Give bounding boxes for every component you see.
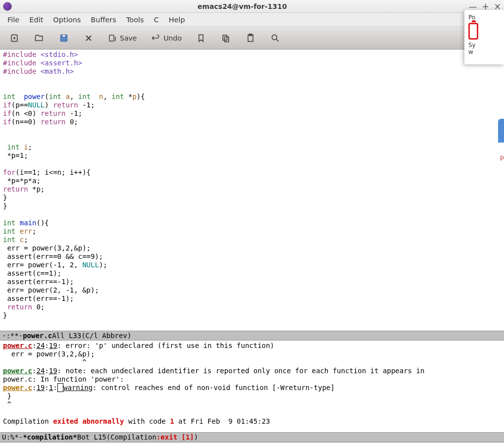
copy-icon[interactable] bbox=[220, 33, 231, 44]
modeline-mode: (Compilation bbox=[106, 433, 156, 441]
comp-text: 1 bbox=[170, 417, 174, 425]
comp-text[interactable]: power.c bbox=[3, 367, 32, 375]
comp-text[interactable]: power.c bbox=[3, 384, 32, 392]
compilation-buffer[interactable]: power.c:24:19: error: 'p' undeclared (fi… bbox=[0, 341, 504, 432]
menu-options[interactable]: Options bbox=[49, 14, 85, 26]
code: for bbox=[3, 168, 15, 176]
code: *p=*p*a; bbox=[3, 177, 41, 185]
code: , bbox=[103, 93, 111, 100]
code bbox=[15, 227, 19, 235]
comp-text: : note: each undeclared identifier is re… bbox=[57, 367, 425, 375]
code: ; bbox=[32, 227, 36, 235]
menu-edit[interactable]: Edit bbox=[25, 14, 48, 26]
menu-help[interactable]: Help bbox=[164, 14, 190, 26]
code: return bbox=[41, 118, 66, 126]
code: NULL bbox=[82, 261, 99, 269]
undo-label: Undo bbox=[163, 34, 182, 42]
code bbox=[15, 93, 24, 100]
svg-point-8 bbox=[272, 35, 277, 40]
modeline-position: All L33 bbox=[52, 332, 81, 340]
code: (i==1; i<=n; i++){ bbox=[15, 168, 91, 176]
notification-popup[interactable]: Po Sy w bbox=[464, 10, 504, 64]
code: int bbox=[3, 236, 15, 244]
bookmark-icon[interactable] bbox=[196, 33, 206, 44]
titlebar: emacs24@vm-for-1310 — + × bbox=[0, 0, 504, 13]
save-button[interactable]: Save bbox=[108, 34, 137, 43]
code: ( bbox=[45, 93, 49, 100]
comp-text: : error: 'p' undeclared (first use in th… bbox=[57, 342, 274, 349]
new-file-icon[interactable] bbox=[9, 33, 20, 44]
code: return bbox=[3, 185, 28, 193]
close-icon[interactable] bbox=[83, 33, 94, 44]
code: } bbox=[3, 202, 7, 210]
battery-low-icon bbox=[468, 23, 478, 40]
code: int bbox=[78, 93, 91, 100]
code: err= power(2, -1, &p); bbox=[3, 286, 99, 294]
code bbox=[15, 219, 19, 227]
menu-c[interactable]: C bbox=[150, 14, 163, 26]
code: int bbox=[3, 219, 15, 227]
side-window-peek bbox=[498, 119, 504, 178]
editor-buffer[interactable]: #include <stdio.h> #include <assert.h> #… bbox=[0, 49, 504, 331]
notif-line: Sy bbox=[468, 42, 500, 49]
modeline-mode: exit [1] bbox=[160, 433, 194, 441]
comp-text: power.c: In function 'power': bbox=[3, 375, 124, 383]
comp-text: : bbox=[45, 367, 49, 375]
code: *p=1; bbox=[3, 151, 28, 159]
code: int bbox=[7, 143, 19, 151]
code bbox=[20, 143, 24, 151]
code: *p; bbox=[28, 185, 45, 193]
comp-text: exited abnormally bbox=[53, 417, 124, 425]
code: 0; bbox=[32, 303, 45, 311]
code: (p== bbox=[11, 101, 28, 109]
code: i bbox=[24, 143, 28, 151]
code: p bbox=[132, 93, 136, 100]
paste-icon[interactable] bbox=[245, 33, 256, 44]
code: ); bbox=[99, 261, 107, 269]
menubar: File Edit Options Buffers Tools C Help bbox=[0, 13, 504, 27]
disk-icon[interactable] bbox=[58, 33, 69, 44]
modeline-compilation: U:%*- *compilation* Bot L15 (Compilation… bbox=[0, 432, 504, 442]
code: <stdio.h> bbox=[41, 50, 78, 58]
comp-text: at Fri Feb 9 01:45:23 bbox=[174, 417, 270, 425]
menu-file[interactable]: File bbox=[3, 14, 24, 26]
window-title: emacs24@vm-for-1310 bbox=[16, 2, 469, 10]
code: err= power(-1, 2, bbox=[3, 261, 82, 269]
code: (){ bbox=[36, 219, 49, 227]
comp-text: 1 bbox=[49, 384, 53, 392]
comp-text[interactable]: power.c bbox=[3, 342, 32, 349]
search-icon[interactable] bbox=[270, 33, 281, 44]
code: <math.h> bbox=[41, 67, 74, 75]
code: err bbox=[20, 227, 32, 235]
undo-button[interactable]: Undo bbox=[151, 33, 182, 43]
code: } bbox=[3, 194, 7, 201]
emacs-app-icon bbox=[3, 2, 12, 11]
code: ){ bbox=[137, 93, 145, 100]
code: } bbox=[3, 311, 7, 319]
modeline-mode: ) bbox=[194, 433, 198, 441]
comp-text: err = power(3,2,&p); bbox=[3, 350, 95, 358]
modeline-mode: (C/l Abbrev) bbox=[81, 332, 131, 340]
modeline-mode: : bbox=[156, 433, 160, 441]
menu-buffers[interactable]: Buffers bbox=[86, 14, 121, 26]
comp-text: 24 bbox=[36, 367, 45, 375]
code: if bbox=[3, 109, 11, 117]
comp-text: : bbox=[45, 384, 49, 392]
menu-tools[interactable]: Tools bbox=[122, 14, 149, 26]
code: err = power(3,2,&p); bbox=[3, 244, 91, 252]
comp-text: : bbox=[45, 342, 49, 349]
modeline-position: Bot L15 bbox=[77, 433, 106, 441]
svg-rect-2 bbox=[62, 35, 66, 37]
code: (n==0) bbox=[11, 118, 41, 126]
code bbox=[15, 236, 19, 244]
code: ) bbox=[45, 101, 53, 109]
code: return bbox=[7, 303, 32, 311]
modeline-buffer-name: *compilation* bbox=[23, 433, 77, 441]
modeline-flags: -:**- bbox=[2, 332, 23, 340]
code: 0; bbox=[65, 118, 78, 126]
open-folder-icon[interactable] bbox=[34, 33, 45, 44]
comp-text: 19 bbox=[49, 367, 57, 375]
comp-text: Compilation bbox=[3, 417, 53, 425]
code: int bbox=[3, 93, 15, 100]
code: #include bbox=[3, 50, 41, 58]
